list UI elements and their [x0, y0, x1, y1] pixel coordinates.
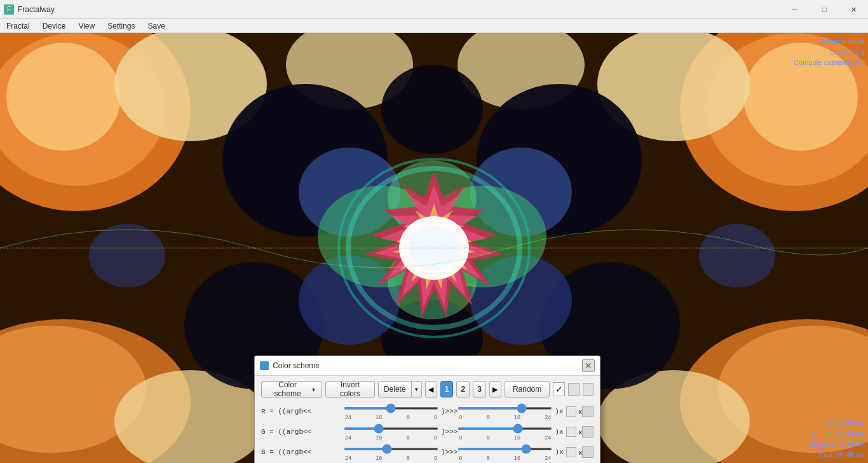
channel-b-label: B = ((argb<< — [261, 448, 344, 456]
color-swatch2[interactable] — [583, 383, 593, 396]
resolution-info: 1366x705 px — [810, 418, 865, 429]
svg-point-27 — [89, 224, 165, 287]
channel-g-right-track — [458, 423, 552, 434]
prev-page-button[interactable]: ◀ — [425, 381, 437, 397]
close-button[interactable]: ✕ — [839, 0, 868, 19]
channel-b-row: B = ((argb<< 24 16 8 0 )>>> — [261, 443, 593, 461]
channel-b-suffix: )>>> — [441, 448, 458, 456]
dialog-toolbar: Color scheme Invert colors Delete ▾ ◀ 1 … — [261, 381, 593, 397]
channel-r-swatch[interactable] — [582, 406, 593, 417]
channel-r-suffix2: )x — [555, 408, 563, 415]
channel-g-row: G = ((argb<< 24 16 8 0 )>>> — [261, 423, 593, 441]
dialog-icon — [260, 361, 269, 370]
channel-g-suffix: )>>> — [441, 428, 458, 436]
menu-fractal[interactable]: Fractal — [0, 20, 36, 32]
color-scheme-dialog: Color scheme ✕ Color scheme Invert color… — [254, 356, 600, 463]
cuda-version: CUDA 10.1 — [794, 47, 865, 58]
page2-button[interactable]: 2 — [456, 381, 470, 397]
fractal-area: GeForce 820M CUDA 10.1 Compute capabilit… — [0, 33, 868, 463]
channel-b-right-track — [458, 443, 552, 455]
channel-g-left-slider[interactable] — [344, 427, 438, 430]
channel-g-right-slider[interactable] — [458, 427, 552, 430]
menu-bar: Fractal Device View Settings Save — [0, 19, 868, 33]
channel-r-left-marks: 24 16 8 0 — [344, 414, 438, 420]
dialog-body: Color scheme Invert colors Delete ▾ ◀ 1 … — [255, 376, 600, 463]
channel-b-right-marks: 0 8 16 24 — [458, 455, 552, 461]
channel-r-suffix: )>>> — [441, 408, 458, 415]
dialog-close-button[interactable]: ✕ — [582, 359, 595, 372]
channel-b-left-track — [344, 443, 438, 455]
channel-g-suffix2: )x — [555, 428, 563, 436]
channel-g-label: G = ((argb<< — [261, 428, 344, 436]
menu-device[interactable]: Device — [36, 20, 72, 32]
channel-r-row: R = ((argb<< 24 16 8 0 )>>> — [261, 403, 593, 420]
svg-point-19 — [381, 65, 483, 154]
channel-r-left-track — [344, 403, 438, 414]
svg-point-3 — [6, 43, 121, 151]
page3-button[interactable]: 3 — [473, 381, 486, 397]
channel-g-left-slider-container: 24 16 8 0 — [344, 423, 438, 441]
app-title: Fractalway — [18, 5, 780, 14]
channel-b-right-slider-container: 0 8 16 24 — [458, 443, 552, 461]
gpu-info: GeForce 820M CUDA 10.1 Compute capabilit… — [794, 36, 865, 68]
channel-b-color[interactable] — [566, 447, 576, 457]
next-page-button[interactable]: ▶ — [489, 381, 501, 397]
random-button[interactable]: Random — [505, 381, 550, 397]
channel-b-left-slider-container: 24 16 8 0 — [344, 443, 438, 461]
maximize-button[interactable]: □ — [810, 0, 839, 19]
dialog-title: Color scheme — [273, 361, 582, 370]
render-info: 1366x705 px Kernel: 33.94 ms Memcpy: 2.5… — [810, 418, 865, 460]
channel-g-left-marks: 24 16 8 0 — [344, 434, 438, 441]
dialog-titlebar: Color scheme ✕ — [255, 356, 600, 376]
channel-b-suffix2: )x — [555, 448, 563, 456]
compute-capability: Compute capability 5.0 — [794, 57, 865, 68]
check-toggle1[interactable] — [553, 382, 565, 396]
channel-g-left-track — [344, 423, 438, 434]
total-time: Total: 36.48 ms — [810, 450, 865, 460]
svg-point-28 — [699, 224, 775, 287]
invert-colors-button[interactable]: Invert colors — [325, 381, 375, 397]
channel-r-left-slider[interactable] — [344, 407, 438, 410]
title-bar: F Fractalway ─ □ ✕ — [0, 0, 868, 19]
channel-r-right-slider-container: 0 8 16 24 — [458, 403, 552, 420]
channel-b-right-slider[interactable] — [458, 448, 552, 450]
channel-g-right-slider-container: 0 8 16 24 — [458, 423, 552, 441]
gpu-name: GeForce 820M — [794, 36, 865, 47]
channel-r-left-slider-container: 24 16 8 0 — [344, 403, 438, 420]
kernel-time: Kernel: 33.94 ms — [810, 429, 865, 439]
menu-save[interactable]: Save — [142, 20, 172, 32]
delete-dropdown-arrow[interactable]: ▾ — [412, 381, 422, 397]
app-icon: F — [4, 4, 14, 15]
delete-group: Delete ▾ — [378, 381, 422, 397]
channel-r-label: R = ((argb<< — [261, 408, 344, 415]
channel-g-right-marks: 0 8 16 24 — [458, 434, 552, 441]
channel-r-color[interactable] — [566, 406, 576, 417]
window-controls: ─ □ ✕ — [780, 0, 868, 18]
menu-settings[interactable]: Settings — [101, 20, 141, 32]
channel-r-right-slider[interactable] — [458, 407, 552, 410]
channel-g-swatch[interactable] — [582, 426, 593, 438]
page1-button[interactable]: 1 — [440, 381, 454, 397]
color-swatch1[interactable] — [568, 383, 579, 396]
delete-button[interactable]: Delete — [378, 381, 412, 397]
memcpy-time: Memcpy: 2.54 ms — [810, 439, 865, 450]
channel-b-left-marks: 24 16 8 0 — [344, 455, 438, 461]
color-scheme-dropdown[interactable]: Color scheme — [261, 381, 322, 397]
channel-b-swatch[interactable] — [582, 446, 593, 458]
channel-r-right-marks: 0 8 16 24 — [458, 414, 552, 420]
channel-g-color[interactable] — [566, 427, 576, 437]
minimize-button[interactable]: ─ — [780, 0, 810, 19]
channel-b-left-slider[interactable] — [344, 448, 438, 450]
channel-r-right-track — [458, 403, 552, 414]
menu-view[interactable]: View — [72, 20, 101, 32]
